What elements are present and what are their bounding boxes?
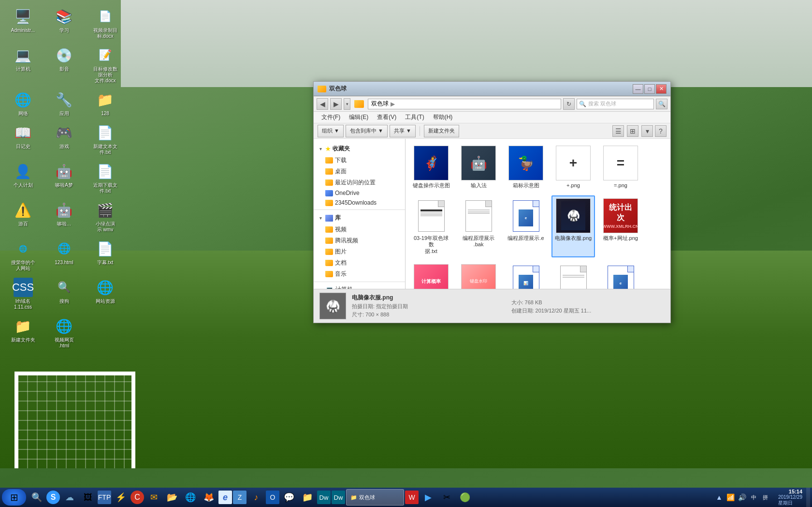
menu-tools[interactable]: 工具(T) — [401, 112, 428, 122]
nav-item-download[interactable]: 下载 — [314, 155, 405, 166]
file-clothes-png[interactable]: 🥋 电脑像衣服.png — [551, 195, 595, 257]
file-input-method[interactable]: 🤖 输入法 — [457, 143, 500, 192]
file-programming-bak[interactable]: 编程原理展示.bak — [457, 195, 500, 257]
desktop-icon-new-folder[interactable]: 📁 新建文件夹 — [5, 314, 41, 351]
taskbar-ie-icon[interactable]: e — [218, 491, 232, 504]
taskbar-explorer-active[interactable]: 📁 双色球 — [346, 489, 404, 506]
taskbar-ftp-icon[interactable]: FTP — [98, 491, 111, 504]
view-toggle-button[interactable]: ▾ — [641, 125, 653, 137]
taskbar-thunder-icon[interactable]: ⚡ — [112, 489, 130, 506]
nav-item-video[interactable]: 视频 — [314, 224, 405, 235]
desktop-icon-dvd[interactable]: 💿 影音 — [46, 44, 82, 86]
view-icons-button[interactable]: ⊞ — [627, 125, 638, 137]
desktop-icon-128[interactable]: 📁 128 — [87, 88, 123, 119]
file-equals-png[interactable]: = =.png — [599, 143, 642, 192]
desktop-icon-apps[interactable]: 🔧 应用 — [46, 88, 82, 119]
desktop-icon-zimei[interactable]: 📄 字幕.txt — [87, 237, 123, 273]
desktop-icon-personal[interactable]: 👤 个人计划 — [5, 160, 41, 196]
clock-area[interactable]: 15:14 2019/12/29 星期日 — [774, 489, 806, 507]
taskbar-search-icon[interactable]: 🔍 — [28, 489, 45, 506]
file-compute-png[interactable]: 计算概率 计算概率.png — [409, 261, 453, 289]
share-button[interactable]: 共享 ▼ — [390, 125, 416, 137]
file-shuangse-bak[interactable]: 双色球.bak — [551, 261, 595, 289]
desktop-icon-video-doc[interactable]: 📄 视频录制目标.docx — [87, 5, 123, 41]
taskbar-chat-icon[interactable]: 💬 — [280, 489, 298, 506]
organize-button[interactable]: 组织 ▼ — [318, 125, 344, 137]
show-desktop-button[interactable] — [806, 488, 810, 507]
maximize-button[interactable]: □ — [644, 84, 655, 94]
nav-favorites-section[interactable]: ▾ ★ 收藏夹 — [314, 143, 405, 155]
menu-edit[interactable]: 编辑(E) — [345, 112, 372, 122]
nav-item-music[interactable]: 音乐 — [314, 268, 405, 280]
menu-file[interactable]: 文件(F) — [318, 112, 344, 122]
view-details-button[interactable]: ☰ — [612, 125, 624, 137]
tray-input-icon[interactable]: 中 — [749, 492, 759, 502]
minimize-button[interactable]: — — [633, 84, 643, 94]
taskbar-wps-icon[interactable]: W — [405, 491, 419, 504]
file-data-edb[interactable]: 📊 数据表.edb — [504, 261, 548, 289]
start-button[interactable]: ⊞ — [2, 489, 26, 506]
desktop-icon-game[interactable]: 🎮 游戏 — [46, 121, 82, 157]
taskbar-green-icon[interactable]: 🟢 — [456, 489, 474, 506]
taskbar-media-icon[interactable]: ▶ — [420, 489, 437, 506]
menu-view[interactable]: 查看(V) — [373, 112, 400, 122]
desktop-icon-webres[interactable]: 🌐 网站资源 — [87, 276, 123, 312]
include-lib-button[interactable]: 包含到库中 ▼ — [346, 125, 388, 137]
tray-network-icon[interactable]: 📶 — [726, 492, 736, 502]
nav-item-recent[interactable]: 最近访问的位置 — [314, 177, 405, 188]
taskbar-mail-icon[interactable]: ✉ — [145, 489, 162, 506]
desktop-icon-admin[interactable]: 🖥️ Administr... — [5, 5, 41, 41]
desktop-icon-website[interactable]: 🌐 搜荣华的个人网站 — [5, 237, 41, 273]
taskbar-firefox-icon[interactable]: 🦊 — [200, 489, 218, 506]
file-keyboard-demo[interactable]: 🦸 键盘操作示意图 — [409, 143, 453, 192]
tray-volume-icon[interactable]: 🔊 — [738, 492, 747, 502]
taskbar-outlook-icon[interactable]: O — [266, 491, 279, 504]
back-button[interactable]: ◀ — [317, 98, 328, 110]
nav-item-pictures[interactable]: 图片 — [314, 246, 405, 257]
desktop-icon-network[interactable]: 🌐 网络 — [5, 88, 41, 119]
desktop-icon-caution[interactable]: ⚠️ 游百 — [5, 198, 41, 235]
taskbar-snip-icon[interactable]: ✂ — [438, 489, 455, 506]
desktop-icon-sogou[interactable]: 🔍 搜狗 — [46, 276, 82, 312]
help-panel-button[interactable]: ? — [655, 125, 667, 137]
taskbar-onedrive-icon[interactable]: ☁ — [61, 489, 78, 506]
file-stats-png[interactable]: 统计出次 WWW.XMLRH.CN 概率+网址.png — [599, 195, 642, 257]
file-plus-png[interactable]: + +.png — [551, 143, 595, 192]
taskbar-dw2-icon[interactable]: Dw — [332, 491, 345, 504]
taskbar-sogou-icon[interactable]: S — [46, 491, 60, 504]
file-keyboard-jpg[interactable]: 键盘水印 键盘水印图片1.jpg — [457, 261, 500, 289]
desktop-icon-newtxt[interactable]: 📄 新建文本文件.txt — [87, 121, 123, 157]
taskbar-folder-icon[interactable]: 📂 — [163, 489, 181, 506]
nav-item-documents[interactable]: 文档 — [314, 257, 405, 268]
new-folder-button[interactable]: 新建文件夹 — [424, 125, 459, 137]
search-box[interactable]: 🔍 搜索 双色球 — [577, 99, 654, 109]
desktop-icon-doraemon[interactable]: 🤖 哆啦A梦 — [46, 160, 82, 196]
desktop-icon-video-web[interactable]: 🌐 视频网页.html — [46, 314, 82, 351]
desktop-icon-diary[interactable]: 📖 日记史 — [5, 121, 41, 157]
recent-button[interactable]: ▾ — [344, 98, 350, 110]
nav-item-desktop[interactable]: 桌面 — [314, 166, 405, 177]
taskbar-music-icon[interactable]: ♪ — [247, 489, 265, 506]
file-cursor-demo[interactable]: 🦆 箱标示意图 — [504, 143, 548, 192]
search-button[interactable]: 🔍 — [656, 99, 667, 109]
menu-help[interactable]: 帮助(H) — [429, 112, 457, 122]
nav-library-section[interactable]: ▾ 库 — [314, 212, 405, 224]
desktop-icon-word[interactable]: 📝 目标修改数据分析文件.docx — [87, 44, 123, 86]
forward-button[interactable]: ▶ — [330, 98, 342, 110]
nav-item-computer[interactable]: 💻 计算机 — [314, 284, 405, 289]
nav-item-onedrive[interactable]: OneDrive — [314, 188, 405, 198]
desktop-icon-doraemon2[interactable]: 🤖 哆啦… — [46, 198, 82, 235]
tray-arrow-icon[interactable]: ▲ — [714, 492, 724, 502]
nav-item-2345downloads[interactable]: 2345Downloads — [314, 198, 405, 208]
desktop-icon-css[interactable]: CSS lrh域名1.11.css — [5, 276, 41, 312]
file-shuangse-e[interactable]: e 双色球.e — [599, 261, 642, 289]
desktop-icon-xuexi[interactable]: 📚 学习 — [46, 5, 82, 41]
taskbar-zdy-icon[interactable]: Z — [233, 491, 246, 504]
taskbar-folder2-icon[interactable]: 📁 — [299, 489, 316, 506]
refresh-button[interactable]: ↻ — [563, 98, 575, 110]
file-data-txt[interactable]: 03-19年双色球数据.txt — [409, 195, 453, 257]
desktop-icon-download-txt[interactable]: 📄 近期下载文件.txt — [87, 160, 123, 196]
taskbar-browser-icon[interactable]: C — [130, 491, 144, 504]
tray-pinyin-icon[interactable]: 拼 — [761, 492, 770, 502]
nav-item-tencent-video[interactable]: 腾讯视频 — [314, 235, 405, 246]
